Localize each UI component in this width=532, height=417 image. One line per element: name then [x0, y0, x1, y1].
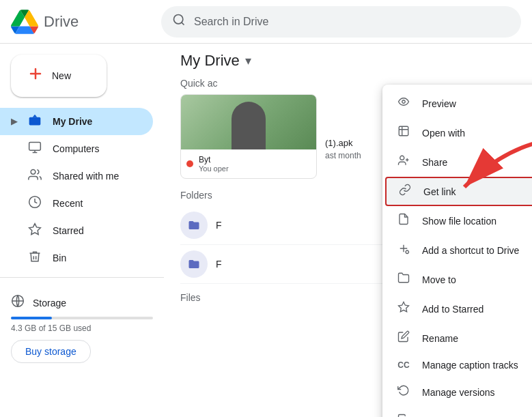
menu-item-add-starred[interactable]: Add to Starred: [382, 294, 532, 323]
bin-icon: [28, 250, 42, 267]
svg-rect-2: [29, 142, 41, 150]
menu-label-rename: Rename: [422, 333, 532, 344]
menu-item-show-location[interactable]: Show file location: [382, 206, 532, 235]
menu-item-manage-versions[interactable]: Manage versions: [382, 377, 532, 407]
content-header: My Drive ▾: [164, 44, 532, 78]
folder-icon: [180, 212, 208, 239]
menu-item-add-shortcut[interactable]: Add a shortcut to Drive ?: [382, 235, 532, 265]
new-button[interactable]: New: [11, 55, 107, 97]
context-menu: Preview Open with › Share Get: [382, 85, 532, 417]
manage-versions-icon: [396, 384, 411, 400]
search-bar[interactable]: Search in Drive: [161, 6, 521, 38]
sidebar-item-recent[interactable]: ▶ Recent: [0, 190, 153, 217]
preview-icon: [396, 96, 411, 111]
sidebar-item-my-drive[interactable]: ▶ My Drive: [0, 108, 153, 135]
svg-point-7: [400, 156, 404, 160]
menu-label-manage-captions: Manage caption tracks: [422, 360, 532, 371]
menu-item-rename[interactable]: Rename: [382, 323, 532, 353]
sidebar-item-label: Starred: [53, 225, 84, 236]
apk-date: ast month: [325, 151, 361, 160]
my-drive-icon: [28, 113, 42, 130]
menu-label-show-location: Show file location: [422, 216, 532, 227]
sidebar-item-label: Shared with me: [53, 171, 119, 182]
new-button-label: New: [52, 70, 71, 81]
sidebar-item-computers[interactable]: ▶ Computers: [0, 135, 153, 162]
manage-captions-icon: CC: [396, 360, 411, 370]
menu-item-open-with[interactable]: Open with ›: [382, 118, 532, 147]
app-title: Drive: [44, 13, 79, 31]
menu-label-preview: Preview: [422, 98, 532, 109]
plus-icon: [27, 66, 44, 86]
menu-item-move-to[interactable]: Move to: [382, 265, 532, 294]
add-shortcut-icon: [396, 242, 411, 258]
svg-point-3: [31, 169, 36, 174]
menu-label-move-to: Move to: [422, 274, 532, 285]
menu-item-share[interactable]: Share: [382, 147, 532, 177]
file-thumbnail: [181, 95, 316, 149]
my-drive-chevron-icon[interactable]: ▾: [245, 53, 251, 68]
file-name: Byt: [199, 155, 229, 164]
open-with-icon: [396, 125, 411, 141]
logo-area: Drive: [11, 8, 161, 35]
apk-name: (1).apk: [325, 138, 352, 148]
svg-marker-5: [29, 223, 41, 234]
person-silhouette: [232, 102, 266, 149]
sidebar-item-starred[interactable]: ▶ Starred: [0, 217, 153, 244]
storage-bar-background: [11, 317, 153, 319]
storage-label: Storage: [11, 294, 153, 311]
sidebar-item-label: My Drive: [53, 116, 92, 127]
show-location-icon: [396, 213, 411, 229]
make-copy-icon: [396, 414, 411, 417]
svg-rect-1: [29, 117, 41, 125]
add-starred-icon: [396, 301, 411, 317]
apk-item[interactable]: (1).apk ast month: [325, 94, 361, 179]
computers-icon: [28, 141, 42, 158]
main-content: My Drive ▾ Quick ac Byt You oper: [164, 44, 532, 417]
get-link-icon: [397, 184, 412, 199]
rename-icon: [396, 330, 411, 346]
menu-item-preview[interactable]: Preview: [382, 89, 532, 118]
header: Drive Search in Drive: [0, 0, 532, 44]
folder-name: F: [216, 220, 222, 231]
sidebar: New ▶ My Drive ▶ Computers ▶ Shared with…: [0, 44, 164, 417]
menu-item-make-copy[interactable]: Make a copy: [382, 407, 532, 417]
menu-label-add-starred: Add to Starred: [422, 304, 532, 315]
svg-marker-11: [399, 302, 409, 312]
storage-bar-fill: [11, 317, 52, 319]
sidebar-divider: [0, 277, 164, 278]
menu-label-get-link: Get link: [423, 186, 532, 197]
search-icon: [172, 13, 186, 30]
sidebar-item-label: Computers: [53, 143, 99, 154]
sidebar-item-label: Bin: [53, 253, 66, 263]
sidebar-item-shared[interactable]: ▶ Shared with me: [0, 162, 153, 190]
folder-name-2: F: [216, 259, 222, 270]
storage-icon: [11, 294, 25, 311]
main-layout: New ▶ My Drive ▶ Computers ▶ Shared with…: [0, 44, 532, 417]
apk-row: (1).apk: [325, 135, 361, 151]
recent-icon: [28, 195, 42, 212]
share-icon: [396, 154, 411, 170]
file-type-dot: [186, 160, 193, 167]
sidebar-item-label: Recent: [53, 198, 83, 209]
search-placeholder: Search in Drive: [194, 16, 268, 28]
storage-used-text: 4.3 GB of 15 GB used: [11, 323, 153, 333]
page-title: My Drive: [180, 52, 240, 70]
svg-point-10: [406, 250, 409, 254]
svg-point-0: [174, 15, 183, 24]
menu-label-share: Share: [422, 157, 532, 168]
storage-section: Storage 4.3 GB of 15 GB used Buy storage: [0, 283, 164, 369]
folder-icon-2: [180, 250, 208, 278]
menu-item-manage-captions[interactable]: CC Manage caption tracks: [382, 353, 532, 377]
starred-icon: [28, 222, 42, 240]
file-card-footer: Byt You oper: [181, 149, 316, 178]
file-date: You oper: [199, 164, 229, 173]
menu-label-manage-versions: Manage versions: [422, 387, 532, 398]
expand-arrow-icon: ▶: [11, 117, 17, 126]
file-card[interactable]: Byt You oper: [180, 94, 317, 179]
menu-item-get-link[interactable]: Get link: [385, 177, 532, 206]
svg-point-6: [402, 100, 406, 104]
buy-storage-button[interactable]: Buy storage: [11, 340, 91, 363]
shared-icon: [28, 168, 42, 185]
menu-label-open-with: Open with: [422, 128, 532, 139]
sidebar-item-bin[interactable]: ▶ Bin: [0, 244, 153, 272]
